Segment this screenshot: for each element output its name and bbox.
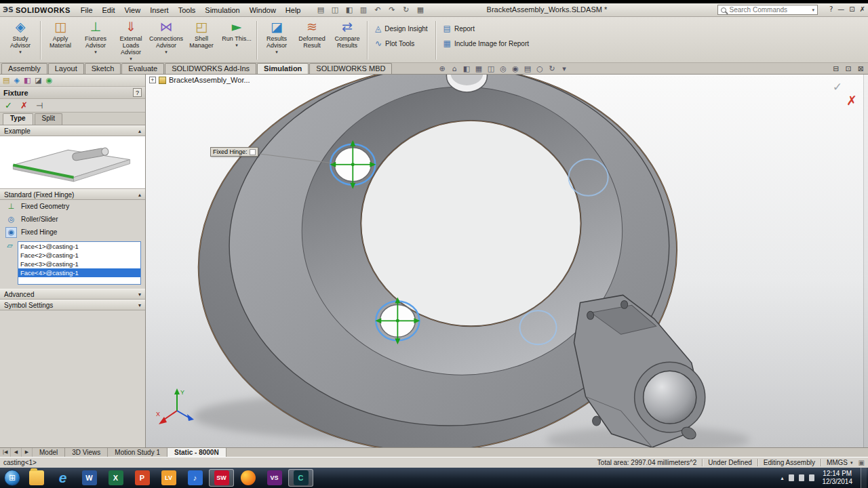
section-standard-fixed-hinge[interactable]: Standard (Fixed Hinge) ▴ [0, 189, 145, 200]
option-fixed-hinge[interactable]: ◉ Fixed Hinge [0, 226, 145, 239]
redo-icon[interactable]: ↷ [387, 5, 396, 14]
save-icon[interactable]: ◧ [344, 5, 353, 14]
graphics-area[interactable]: + BracketAssembly_Wor... Fixed Hinge: ✓ … [146, 75, 868, 447]
search-dropdown-icon[interactable]: ▾ [812, 7, 814, 13]
design-insight-button[interactable]: ◬ Design Insight [375, 24, 428, 33]
selection-list[interactable]: Face<1>@casting-1 Face<2>@casting-1 Face… [18, 241, 141, 285]
selection-list-item-selected[interactable]: Face<4>@casting-1 [18, 268, 140, 277]
doc-close-icon[interactable]: ⊠ [858, 64, 864, 73]
close-icon[interactable]: ✗ [860, 5, 865, 13]
menu-simulation[interactable]: Simulation [200, 5, 244, 16]
report-button[interactable]: ▤ Report [443, 24, 529, 33]
taskbar-windows-explorer[interactable] [24, 469, 49, 487]
tray-action-center-icon[interactable] [809, 474, 814, 481]
fixed-hinge-callout[interactable]: Fixed Hinge: [210, 147, 258, 157]
expand-tree-icon[interactable]: + [149, 77, 156, 83]
shell-manager-button[interactable]: ◰ Shell Manager [184, 18, 219, 62]
section-example[interactable]: Example ▴ [0, 125, 145, 136]
help-icon[interactable]: ? [133, 88, 142, 97]
tab-static-8000n[interactable]: Static - 8000N [167, 448, 226, 457]
restore-icon[interactable]: ⊡ [849, 5, 854, 13]
section-advanced[interactable]: Advanced ▾ [0, 289, 145, 300]
menu-edit[interactable]: Edit [98, 5, 120, 16]
tab-split[interactable]: Split [35, 113, 62, 125]
feature-manager-tab-icon[interactable]: ▤ [3, 76, 9, 85]
keep-visible-pin-icon[interactable]: ⊣ [36, 101, 43, 110]
plot-tools-button[interactable]: ∿ Plot Tools [375, 39, 428, 48]
section-symbol-settings[interactable]: Symbol Settings ▾ [0, 300, 145, 310]
menu-insert[interactable]: Insert [145, 5, 174, 16]
tab-model[interactable]: Model [33, 448, 65, 457]
3d-model-view[interactable] [146, 75, 868, 447]
dimxpert-manager-tab-icon[interactable]: ◪ [35, 76, 41, 85]
selection-list-item[interactable]: Face<2>@casting-1 [18, 251, 140, 260]
zoom-fit-icon[interactable]: ⌂ [450, 64, 459, 73]
configuration-manager-tab-icon[interactable]: ◧ [24, 76, 31, 85]
print-icon[interactable]: ▥ [359, 5, 368, 14]
units-selector[interactable]: MMGS [827, 459, 848, 466]
feature-tree-node[interactable]: + BracketAssembly_Wor... [149, 76, 250, 84]
connections-advisor-button[interactable]: ⋈ Connections Advisor ▾ [149, 18, 184, 62]
taskbar-firefox[interactable] [235, 469, 260, 487]
section-view-icon[interactable]: ◧ [462, 64, 471, 73]
doc-minimize-icon[interactable]: ⊟ [833, 64, 839, 73]
selection-list-item[interactable]: Face<1>@casting-1 [18, 242, 140, 251]
first-tab-button[interactable]: |◀ [0, 448, 11, 457]
taskbar-powerpoint[interactable]: P [130, 469, 155, 487]
help-icon[interactable]: ? [829, 5, 833, 13]
taskbar-visual-studio[interactable]: VS [262, 469, 287, 487]
doc-restore-icon[interactable]: ⊡ [846, 64, 852, 73]
menu-tools[interactable]: Tools [174, 5, 201, 16]
undo-icon[interactable]: ↶ [373, 5, 382, 14]
option-fixed-geometry[interactable]: ⊥ Fixed Geometry [0, 200, 145, 213]
taskbar-solidworks[interactable]: SW [209, 469, 234, 487]
tab-layout[interactable]: Layout [48, 63, 84, 74]
display-manager-tab-icon[interactable]: ◉ [46, 76, 53, 85]
units-dropdown-icon[interactable]: ▾ [850, 460, 853, 466]
rebuild-icon[interactable]: ↻ [401, 5, 410, 14]
apply-material-button[interactable]: ◫ Apply Material [43, 18, 78, 62]
next-tab-button[interactable]: ▶ [22, 448, 33, 457]
study-advisor-button[interactable]: ◈ Study Advisor ▾ [3, 18, 38, 62]
tab-assembly[interactable]: Assembly [1, 63, 47, 74]
display-style-icon[interactable]: ◫ [486, 64, 496, 73]
selection-list-item[interactable]: Face<3>@casting-1 [18, 260, 140, 268]
show-hidden-icons-button[interactable]: ▴ [781, 475, 783, 481]
previous-tab-button[interactable]: ◀ [11, 448, 22, 457]
tab-solidworks-addins[interactable]: SOLIDWORKS Add-Ins [165, 63, 256, 74]
show-desktop-button[interactable] [861, 468, 867, 488]
tab-sketch[interactable]: Sketch [85, 63, 121, 74]
taskbar-media-player[interactable]: ♪ [182, 469, 208, 487]
taskbar-word[interactable]: W [77, 469, 102, 487]
taskbar-camtasia[interactable]: C [288, 469, 313, 487]
tab-evaluate[interactable]: Evaluate [121, 63, 164, 74]
taskbar-labview[interactable]: LV [156, 469, 181, 487]
hide-show-items-icon[interactable]: ◎ [498, 64, 508, 73]
results-advisor-button[interactable]: ◪ Results Advisor ▾ [259, 18, 294, 62]
options-icon[interactable]: ▦ [416, 5, 425, 14]
tab-simulation[interactable]: Simulation [257, 63, 309, 74]
external-loads-advisor-button[interactable]: ⇓ External Loads Advisor ▾ [113, 18, 149, 62]
search-input[interactable] [729, 6, 809, 14]
ok-button[interactable]: ✓ [5, 100, 12, 110]
run-study-button[interactable]: ► Run This... ▾ [219, 18, 254, 62]
tray-network-icon[interactable] [789, 474, 794, 481]
fixtures-advisor-button[interactable]: ⊥ Fixtures Advisor ▾ [78, 18, 113, 62]
menu-view[interactable]: View [119, 5, 145, 16]
view-orientation-icon[interactable]: ▦ [474, 64, 484, 73]
rotate-view-icon[interactable]: ↻ [547, 64, 557, 73]
start-button[interactable]: ⊞ [1, 468, 23, 488]
tab-motion-study-1[interactable]: Motion Study 1 [108, 448, 167, 457]
property-manager-tab-icon[interactable]: ◈ [14, 76, 19, 85]
edit-appearance-icon[interactable]: ◉ [511, 64, 520, 73]
open-document-icon[interactable]: ◫ [330, 5, 339, 14]
menu-file[interactable]: File [76, 5, 98, 16]
taskbar-clock[interactable]: 12:14 PM 12/3/2014 [819, 470, 856, 486]
tab-solidworks-mbd[interactable]: SOLIDWORKS MBD [309, 63, 392, 74]
new-document-icon[interactable]: ▤ [316, 5, 325, 14]
hud-more-options-icon[interactable]: ▾ [559, 64, 569, 73]
confirm-ok-icon[interactable]: ✓ [833, 80, 842, 94]
include-image-report-button[interactable]: ▦ Include Image for Report [443, 39, 529, 48]
zoom-area-icon[interactable]: ⊕ [437, 64, 447, 73]
cancel-button[interactable]: ✗ [20, 100, 28, 110]
